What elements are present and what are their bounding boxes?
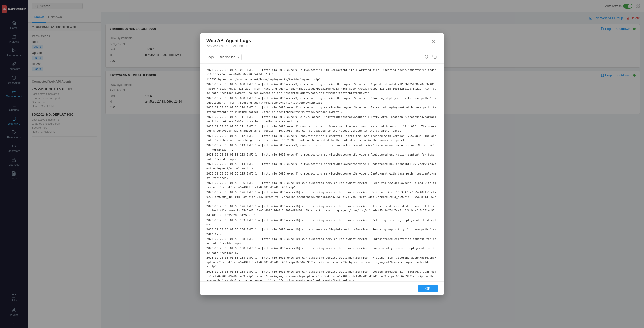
modal-subtitle: 7e55cdc30978:DEFAULT:8090 xyxy=(206,44,251,48)
log-select-container: scoring.log ▾ xyxy=(217,54,242,60)
modal-toolbar: Logs scoring.log ▾ xyxy=(200,51,444,64)
log-line: 2023-09-25 08:01:53.113 INFO 1 — [http-n… xyxy=(206,152,438,162)
log-line: 2023-09-25 08:01:53.138 INFO 1 — [http-n… xyxy=(206,246,438,255)
log-line: 2023-09-25 08:01:53.138 INFO 1 — [http-n… xyxy=(206,255,438,269)
log-file-select[interactable]: scoring.log xyxy=(217,54,242,60)
logs-modal: Web API Agent Logs 7e55cdc30978:DEFAULT:… xyxy=(200,33,444,295)
log-line: 2023-09-25 08:01:53.136 INFO 1 — [http-n… xyxy=(206,227,438,237)
log-line: 2023-09-25 08:01:53.112 INFO 1 — [http-n… xyxy=(206,133,438,143)
log-line: 2023-09-25 08:01:53.138 INFO 1 — [http-n… xyxy=(206,269,438,281)
log-line: 2023-09-25 08:01:53.111 INFO 1 — [http-n… xyxy=(206,124,438,133)
copy-icon xyxy=(432,55,437,59)
log-line: 2023-09-25 08:01:53.115 INFO 1 — [http-n… xyxy=(206,171,438,181)
log-line: 2023-09-25 08:01:53.110 INFO 1 — [http-n… xyxy=(206,105,438,114)
log-line: 2023-09-25 08:01:53.138 INFO 1 — [http-n… xyxy=(206,237,438,246)
ok-button[interactable]: OK xyxy=(418,285,438,292)
log-line: 2023-09-25 08:01:53.098 INFO 1 — [http-n… xyxy=(206,96,438,105)
modal-title: Web API Agent Logs xyxy=(206,38,251,43)
modal-overlay[interactable]: Web API Agent Logs 7e55cdc30978:DEFAULT:… xyxy=(0,0,644,328)
refresh-logs-button[interactable] xyxy=(423,54,429,61)
log-line: 2023-09-25 08:01:53.114 INFO 1 — [http-n… xyxy=(206,162,438,171)
log-line: 115031 bytes to '/scoring-agent/home/dep… xyxy=(206,77,438,82)
log-line: 2023-09-25 08:01:53.126 INFO 1 — [http-n… xyxy=(206,204,438,218)
log-line: 2023-09-25 08:01:53.098 INFO 1 — [http-n… xyxy=(206,82,438,96)
copy-logs-button[interactable] xyxy=(431,54,438,61)
modal-footer: OK xyxy=(200,281,444,295)
log-line: 2023-09-25 08:01:53.126 INFO 1 — [http-n… xyxy=(206,181,438,190)
log-line: 2023-09-25 08:01:53.133 INFO 1 — [http-n… xyxy=(206,218,438,227)
refresh-icon xyxy=(424,55,428,59)
svg-rect-24 xyxy=(434,56,436,59)
modal-close-button[interactable]: ✕ xyxy=(430,38,438,45)
logs-label: Logs xyxy=(206,55,214,59)
modal-body: 2023-09-25 08:01:53.031 INFO 1 — [http-n… xyxy=(200,64,444,281)
modal-header: Web API Agent Logs 7e55cdc30978:DEFAULT:… xyxy=(200,33,444,51)
modal-header-text: Web API Agent Logs 7e55cdc30978:DEFAULT:… xyxy=(206,38,251,48)
log-line: 2023-09-25 08:01:53.113 INFO 1 — [http-n… xyxy=(206,143,438,152)
log-line: 2023-09-25 08:01:53.126 INFO 1 — [http-n… xyxy=(206,190,438,204)
log-line: 2023-09-25 08:01:53.111 INFO 1 — [http-n… xyxy=(206,114,438,124)
log-line: 2023-09-25 08:01:53.031 INFO 1 — [http-n… xyxy=(206,68,438,77)
modal-toolbar-icons xyxy=(423,54,438,61)
